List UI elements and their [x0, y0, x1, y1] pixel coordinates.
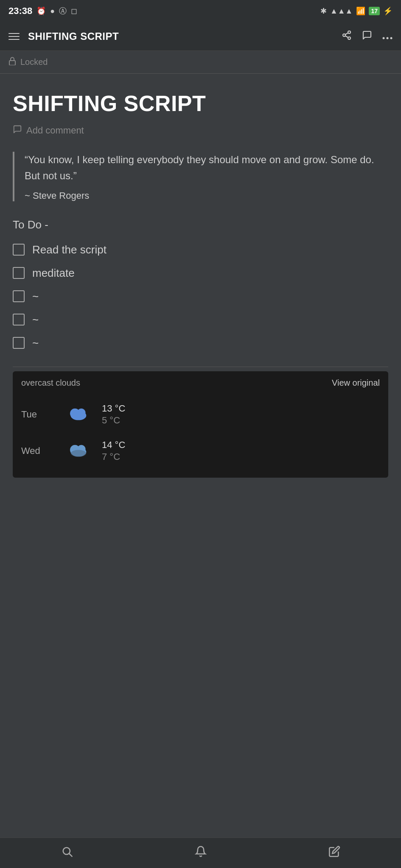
- todo-label-1: Read the script: [32, 243, 107, 256]
- list-item: meditate: [13, 267, 388, 280]
- wifi-icon: 📶: [356, 6, 365, 16]
- battery-level: 17: [369, 7, 380, 15]
- lock-icon: [8, 57, 16, 67]
- weather-condition: overcast clouds: [21, 378, 80, 387]
- forecast-icon-2: [68, 440, 89, 462]
- weather-widget: overcast clouds View original Tue 13 °C …: [13, 371, 388, 478]
- app-icon-2: Ⓐ: [59, 6, 67, 16]
- status-time: 23:38: [8, 6, 32, 17]
- todo-checkbox-4[interactable]: [13, 314, 25, 326]
- forecast-day-2: Wed: [21, 445, 55, 456]
- toolbar-right: [342, 30, 393, 43]
- status-left: 23:38 ⏰ ● Ⓐ ◻: [8, 6, 77, 17]
- forecast-low-2: 7 °C: [102, 451, 125, 462]
- forecast-high-2: 14 °C: [102, 440, 125, 451]
- signal-icon: ▲▲▲: [330, 7, 353, 16]
- app-icon-3: ◻: [71, 6, 77, 16]
- svg-line-3: [345, 36, 348, 37]
- locked-bar: Locked: [0, 51, 401, 74]
- todo-label-4: ~: [32, 313, 39, 326]
- list-item: ~: [13, 313, 388, 326]
- toolbar: SHIFTING SCRIPT: [0, 22, 401, 51]
- todo-checkbox-5[interactable]: [13, 337, 25, 349]
- view-original-button[interactable]: View original: [332, 378, 380, 388]
- svg-line-17: [69, 854, 72, 856]
- forecast-row-tuesday: Tue 13 °C 5 °C: [21, 396, 380, 433]
- weather-current: overcast clouds: [21, 378, 80, 388]
- bluetooth-icon: ✱: [320, 6, 327, 16]
- status-right: ✱ ▲▲▲ 📶 17 ⚡: [320, 6, 393, 16]
- todo-checkbox-1[interactable]: [13, 244, 25, 256]
- edit-nav-icon[interactable]: [328, 846, 340, 860]
- todo-checkbox-3[interactable]: [13, 290, 25, 302]
- weather-forecast: Tue 13 °C 5 °C Wed: [13, 392, 388, 478]
- blockquote: “You know, I keep telling everybody they…: [13, 152, 388, 201]
- page-title: SHIFTING SCRIPT: [13, 91, 388, 116]
- app-icon-1: ●: [50, 7, 55, 16]
- toolbar-title: SHIFTING SCRIPT: [28, 31, 119, 42]
- status-bar: 23:38 ⏰ ● Ⓐ ◻ ✱ ▲▲▲ 📶 17 ⚡: [0, 0, 401, 22]
- divider: [13, 367, 388, 367]
- blockquote-author: ~ Steve Rogers: [25, 190, 388, 201]
- todo-checkbox-2[interactable]: [13, 267, 25, 279]
- alarm-icon: ⏰: [36, 6, 46, 16]
- svg-point-6: [387, 37, 389, 39]
- todo-heading: To Do -: [13, 218, 388, 231]
- svg-point-15: [71, 450, 87, 457]
- main-content: SHIFTING SCRIPT Add comment “You know, I…: [0, 74, 401, 837]
- todo-label-2: meditate: [32, 267, 75, 280]
- bolt-icon: ⚡: [383, 6, 393, 16]
- svg-rect-8: [9, 61, 15, 65]
- toolbar-left: SHIFTING SCRIPT: [8, 31, 119, 42]
- svg-line-4: [345, 33, 348, 34]
- forecast-icon-1: [68, 403, 89, 426]
- more-options-icon[interactable]: [382, 31, 393, 42]
- svg-point-11: [77, 409, 86, 417]
- locked-label: Locked: [20, 57, 48, 67]
- svg-point-7: [390, 37, 393, 39]
- comment-icon[interactable]: [362, 30, 372, 43]
- forecast-temps-2: 14 °C 7 °C: [102, 440, 125, 462]
- forecast-day-1: Tue: [21, 409, 55, 420]
- todo-section: To Do - Read the script meditate ~ ~ ~: [13, 218, 388, 350]
- search-nav-icon[interactable]: [61, 846, 73, 860]
- share-icon[interactable]: [342, 30, 352, 43]
- add-comment-label: Add comment: [26, 125, 84, 136]
- bell-nav-icon[interactable]: [195, 846, 207, 860]
- add-comment-button[interactable]: Add comment: [13, 125, 388, 136]
- todo-label-3: ~: [32, 290, 39, 303]
- forecast-high-1: 13 °C: [102, 403, 125, 414]
- todo-list: Read the script meditate ~ ~ ~: [13, 243, 388, 350]
- bottom-nav: [0, 837, 401, 868]
- weather-header: overcast clouds View original: [13, 371, 388, 392]
- svg-point-5: [383, 37, 385, 39]
- list-item: ~: [13, 290, 388, 303]
- blockquote-text: “You know, I keep telling everybody they…: [25, 152, 388, 184]
- menu-button[interactable]: [8, 33, 20, 40]
- forecast-low-1: 5 °C: [102, 415, 125, 426]
- list-item: Read the script: [13, 243, 388, 256]
- forecast-temps-1: 13 °C 5 °C: [102, 403, 125, 426]
- forecast-row-wednesday: Wed 14 °C 7 °C: [21, 433, 380, 469]
- todo-label-5: ~: [32, 337, 39, 350]
- add-comment-icon: [13, 125, 22, 136]
- list-item: ~: [13, 337, 388, 350]
